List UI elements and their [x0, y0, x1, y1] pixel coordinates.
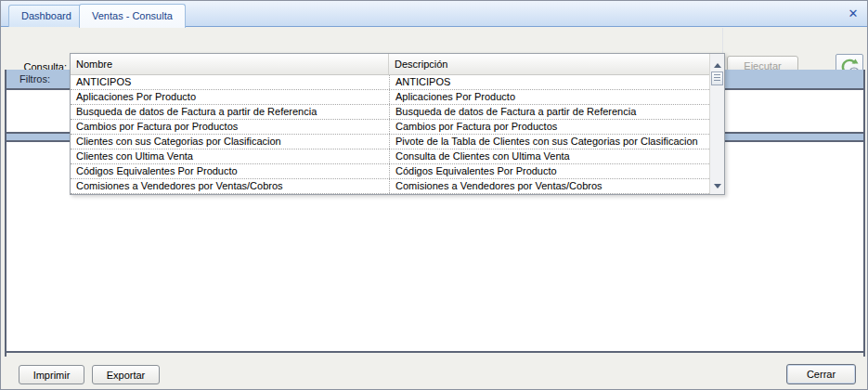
app-window: Dashboard Ventas - Consulta ✕ Consulta: …: [0, 0, 868, 390]
dropdown-header-descripcion[interactable]: Descripción: [389, 54, 709, 74]
scrollbar-thumb[interactable]: [711, 72, 723, 85]
dropdown-row[interactable]: Busqueda de datos de Factura a partir de…: [71, 105, 709, 120]
dropdown-row[interactable]: Clientes con sus Categorias por Clasific…: [71, 135, 709, 150]
cerrar-button[interactable]: Cerrar: [786, 364, 856, 384]
dropdown-cell-descripcion[interactable]: Pivote de la Tabla de Clientes con sus C…: [389, 135, 709, 149]
dropdown-row[interactable]: ANTICIPOSANTICIPOS: [71, 75, 709, 90]
dropdown-cell-nombre[interactable]: Comisiones a Vendedores por Ventas/Cobro…: [71, 179, 389, 193]
dropdown-rows: ANTICIPOSANTICIPOSAplicaciones Por Produ…: [71, 75, 709, 194]
exportar-button[interactable]: Exportar: [92, 365, 160, 384]
dropdown-cell-nombre[interactable]: ANTICIPOS: [71, 75, 389, 89]
dropdown-cell-nombre[interactable]: Códigos Equivalentes Por Producto: [71, 164, 389, 178]
dropdown-cell-descripcion[interactable]: Consulta de Clientes con Ultima Venta: [389, 150, 709, 163]
dropdown-row[interactable]: Aplicaciones Por ProductoAplicaciones Po…: [71, 90, 709, 105]
scroll-down-icon[interactable]: [714, 184, 721, 188]
dropdown-cell-nombre[interactable]: Cambios por Factura por Productos: [71, 120, 389, 134]
dropdown-cell-nombre[interactable]: Aplicaciones Por Producto: [71, 90, 389, 104]
scroll-up-icon[interactable]: [714, 63, 721, 68]
dropdown-header-row: Nombre Descripción: [71, 54, 709, 75]
dropdown-cell-descripcion[interactable]: Aplicaciones Por Producto: [389, 90, 709, 104]
dropdown-cell-descripcion[interactable]: Busqueda de datos de Factura a partir de…: [389, 105, 709, 119]
dropdown-row[interactable]: Comisiones a Vendedores por Ventas/Cobro…: [71, 179, 709, 194]
dropdown-cell-nombre[interactable]: Busqueda de datos de Factura a partir de…: [71, 105, 389, 119]
dropdown-header-nombre[interactable]: Nombre: [71, 54, 389, 74]
dropdown-cell-nombre[interactable]: Clientes con sus Categorias por Clasific…: [71, 135, 389, 149]
imprimir-button[interactable]: Imprimir: [19, 365, 84, 384]
dropdown-scrollbar[interactable]: [709, 54, 724, 194]
dropdown-cell-descripcion[interactable]: ANTICIPOS: [389, 75, 709, 89]
dropdown-row[interactable]: Cambios por Factura por ProductosCambios…: [71, 120, 709, 135]
dropdown-cell-descripcion[interactable]: Cambios por Factura por Productos: [389, 120, 709, 134]
dropdown-row[interactable]: Códigos Equivalentes Por ProductoCódigos…: [71, 164, 709, 179]
bottom-bar: Imprimir Exportar Cerrar: [2, 357, 868, 390]
tab-ventas-consulta[interactable]: Ventas - Consulta: [79, 4, 186, 28]
filtros-label: Filtros:: [19, 73, 50, 84]
tab-dashboard[interactable]: Dashboard: [8, 5, 84, 27]
tab-strip: Dashboard Ventas - Consulta ✕: [1, 1, 867, 27]
dropdown-cell-descripcion[interactable]: Comisiones a Vendedores por Ventas/Cobro…: [389, 179, 709, 193]
dropdown-cell-descripcion[interactable]: Códigos Equivalentes Por Producto: [389, 164, 709, 178]
dropdown-cell-nombre[interactable]: Clientes con Ultima Venta: [71, 150, 389, 163]
dropdown-row[interactable]: Clientes con Ultima VentaConsulta de Cli…: [71, 150, 709, 164]
close-icon[interactable]: ✕: [846, 6, 861, 21]
consulta-dropdown-popup: Nombre Descripción ANTICIPOSANTICIPOSApl…: [70, 53, 725, 195]
